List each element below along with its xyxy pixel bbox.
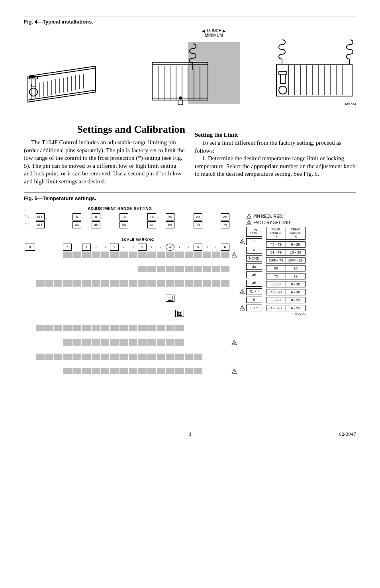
- adjustment-range-title: ADJUSTMENT RANGE SETTING: [88, 206, 356, 211]
- right-p2: 1. Determine the desired temperature ran…: [195, 155, 356, 178]
- svg-point-14: [29, 88, 37, 96]
- svg-rect-17: [188, 42, 240, 104]
- doc-number: 62-3047: [308, 431, 356, 437]
- fig4-caption: Fig. 4—Typical installations.: [24, 19, 356, 25]
- svg-rect-46: [280, 74, 285, 84]
- baseboard-heater-icon: [24, 54, 108, 106]
- scale-grid: °C0FF681216202326°F0FF43465461687379SCAL…: [24, 212, 239, 375]
- legend-pin-required: PIN REQUIRED.: [253, 214, 283, 218]
- setting-limit-subhead: Setting the Limit: [195, 132, 356, 138]
- right-p1: To set a limit different from the factor…: [195, 139, 356, 155]
- fig5-caption: Fig. 5—Temperature settings.: [24, 195, 356, 201]
- clearance-label: ◀ 18 INCH ▶ MINIMUM: [164, 29, 264, 37]
- triangle-1-icon: 1: [246, 213, 252, 219]
- svg-point-31: [179, 97, 182, 99]
- fig5-mref: M9729: [246, 312, 306, 316]
- svg-rect-30: [178, 100, 183, 105]
- section-title: Settings and Calibration: [24, 124, 185, 136]
- svg-point-45: [279, 86, 287, 94]
- fig4-illustrations: ◀ 18 INCH ▶ MINIMUM: [24, 29, 356, 106]
- fig4-mref: M9734: [272, 102, 356, 106]
- left-paragraph: The T104F Control includes an adjustable…: [24, 139, 185, 185]
- svg-rect-47: [279, 72, 287, 74]
- page-number: 3: [72, 431, 308, 437]
- legend-factory-setting: FACTORY SETTING.: [253, 220, 292, 225]
- panel-radiator-icon: [272, 34, 356, 102]
- svg-rect-34: [276, 64, 352, 96]
- radiator-clearance-icon: [140, 38, 240, 106]
- range-tables: PINPOS.*23NONE4a4b4b4b + *155 + *1 TEMP.…: [246, 227, 306, 311]
- triangle-2-icon: 2: [246, 220, 252, 225]
